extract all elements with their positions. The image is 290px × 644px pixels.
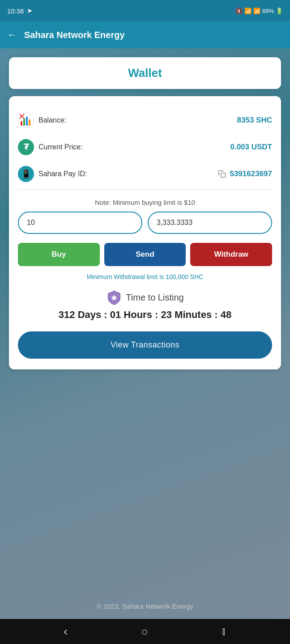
battery-percent: 89% xyxy=(262,8,274,14)
mute-icon: 🔇 xyxy=(235,8,243,14)
svg-rect-7 xyxy=(221,173,226,178)
countdown: 312 Days : 01 Hours : 23 Minutes : 48 xyxy=(59,309,231,321)
nav-back-button[interactable]: ‹ xyxy=(64,624,68,639)
wifi-icon: 📶 xyxy=(244,8,252,14)
svg-rect-2 xyxy=(23,119,25,126)
button-row: Buy Send Withdraw xyxy=(18,243,272,266)
pay-id-left: 📱 Sahara Pay ID: xyxy=(18,166,87,182)
back-button[interactable]: ← xyxy=(7,29,17,41)
pay-id-value: 5391623697 xyxy=(230,169,272,178)
info-card: Balance: 8353 SHC ₮ Current Price: 0.003… xyxy=(9,96,281,369)
balance-left: Balance: xyxy=(18,112,66,128)
shield-icon xyxy=(106,289,122,305)
balance-row: Balance: 8353 SHC xyxy=(18,107,272,134)
nav-bar: ‹ ○ ⫿ xyxy=(0,619,290,644)
status-time: 10:36 xyxy=(7,7,24,15)
nav-home-button[interactable]: ○ xyxy=(141,625,148,639)
send-button[interactable]: Send xyxy=(104,243,186,266)
signal-icon: 📶 xyxy=(253,8,260,14)
time-listing-section: Time to Listing 312 Days : 01 Hours : 23… xyxy=(18,289,272,321)
time-listing-title-text: Time to Listing xyxy=(126,292,183,303)
withdraw-note: Minimum Withdrawal limit is 100,000 SHC xyxy=(18,273,272,280)
converted-amount-input[interactable] xyxy=(148,212,272,234)
svg-rect-4 xyxy=(29,119,30,126)
status-right: 🔇 📶 📶 89% 🔋 xyxy=(235,8,283,14)
footer: © 2023, Sahara Network Energy xyxy=(0,593,290,619)
svg-rect-1 xyxy=(21,121,22,126)
battery-icon: 🔋 xyxy=(276,8,283,14)
amount-input[interactable] xyxy=(18,212,142,234)
pay-id-row: 📱 Sahara Pay ID: 5391623697 xyxy=(18,161,272,187)
footer-text: © 2023, Sahara Network Energy xyxy=(97,602,193,610)
balance-value: 8353 SHC xyxy=(237,116,272,125)
pay-id-label: Sahara Pay ID: xyxy=(38,170,87,178)
location-icon: ➤ xyxy=(27,7,33,15)
page-title: Sahara Network Energy xyxy=(24,30,125,40)
divider xyxy=(18,189,272,190)
phone-icon: 📱 xyxy=(18,166,34,182)
nav-recent-button[interactable]: ⫿ xyxy=(222,626,226,637)
price-left: ₮ Current Price: xyxy=(18,139,83,155)
note-text: Note: Minimum buying limit is $10 xyxy=(18,199,272,206)
chart-icon xyxy=(18,112,34,128)
status-left: 10:36 ➤ xyxy=(7,7,33,15)
copy-icon[interactable] xyxy=(218,170,226,178)
buy-button[interactable]: Buy xyxy=(18,243,100,266)
tether-icon: ₮ xyxy=(18,139,34,155)
view-transactions-button[interactable]: View Transactions xyxy=(18,331,272,359)
wallet-title: Wallet xyxy=(128,66,162,80)
wallet-header-card: Wallet xyxy=(9,57,281,89)
input-row xyxy=(18,212,272,234)
pay-id-right: 5391623697 xyxy=(218,169,272,178)
main-content: Wallet Balance: 8353 SHC xyxy=(0,48,290,593)
top-bar: ← Sahara Network Energy xyxy=(0,21,290,48)
balance-label: Balance: xyxy=(38,116,66,124)
price-value: 0.003 USDT xyxy=(230,143,272,152)
price-label: Current Price: xyxy=(38,143,83,151)
status-bar: 10:36 ➤ 🔇 📶 📶 89% 🔋 xyxy=(0,0,290,21)
time-listing-header: Time to Listing xyxy=(106,289,183,305)
price-row: ₮ Current Price: 0.003 USDT xyxy=(18,134,272,161)
withdraw-button[interactable]: Withdraw xyxy=(190,243,272,266)
svg-rect-3 xyxy=(26,117,28,126)
